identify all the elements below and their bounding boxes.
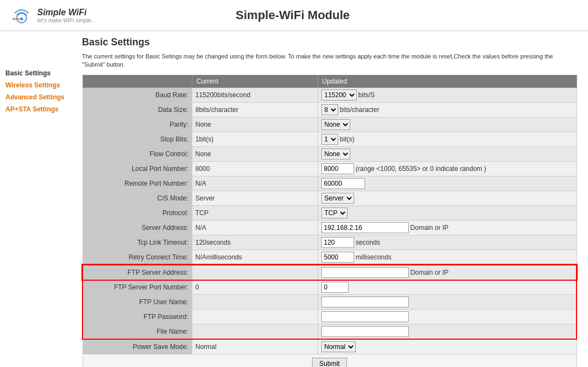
row-updated: seconds [317,235,577,250]
row-updated: Domain or IP [317,265,577,280]
row-label: Parity: [83,117,192,132]
table-row: Stop Bits: 1bit(s) 1 bit(s) [83,132,577,146]
svg-point-1 [20,17,23,20]
row-current: 8000 [192,161,317,176]
sidebar-item-wireless[interactable]: Wireless Settings [5,81,71,89]
header: Simple WiFi let's make WiFi simple... Si… [0,0,588,31]
col-updated: Updated [317,75,577,87]
row-label: FTP Server Port Number: [83,280,192,294]
row-updated: Server [317,191,577,205]
description: The current settings for Basic Setings m… [82,52,577,69]
content: Basic Settings The current settings for … [77,31,588,367]
row-current: TCP [192,205,317,220]
flow-control-select[interactable]: None [321,149,350,159]
row-label: Server Address: [83,220,192,235]
col-label [83,75,192,87]
col-current: Current [192,75,317,87]
row-label: Retry Connect Time: [83,250,192,265]
local-port-input[interactable] [321,163,354,174]
ftp-server-address-input[interactable] [321,267,409,278]
logo-area: Simple WiFi let's make WiFi simple... [11,4,96,26]
page-title-header: Simple-WiFi Module [96,8,490,22]
protocol-select[interactable]: TCP [321,208,348,218]
row-label: Tcp Link Timeout: [83,235,192,250]
row-label: Protocol: [83,205,192,220]
row-label: Stop Bits: [83,132,192,146]
table-row: Server Address: N/A Domain or IP [83,220,577,235]
row-updated: milliseconds [317,250,577,265]
table-row: Retry Connect Time: N/Amilliseconds mill… [83,250,577,265]
remote-port-input[interactable] [321,178,365,189]
ftp-port-input[interactable] [321,282,349,293]
ftp-filename-row: File Name: [83,324,577,339]
table-row: Flow Control: None None [83,146,577,161]
table-row: Protocol: TCP TCP [83,205,577,220]
row-updated: (range <1000, 65535> or 0 indicate rando… [317,161,577,176]
row-current: 115200bits/second [192,87,317,102]
ftp-server-address-row: FTP Server Address: Domain or IP [83,265,577,280]
row-current: Normal [192,339,317,354]
row-current [192,265,317,280]
row-label: File Name: [83,324,192,339]
row-updated [317,176,577,191]
row-label: FTP User Name: [83,294,192,309]
logo-subtitle: let's make WiFi simple... [37,17,96,23]
table-row: Local Port Number: 8000 (range <1000, 65… [83,161,577,176]
row-current: None [192,117,317,132]
sidebar: Basic Settings Wireless Settings Advance… [0,31,77,367]
row-current: N/A [192,176,317,191]
row-label: C/S Mode: [83,191,192,205]
row-label: FTP Server Address: [83,265,192,280]
submit-row: Submit [83,354,577,367]
sidebar-item-apsta[interactable]: AP+STA Settings [5,105,71,113]
row-updated: Normal [317,339,577,354]
cs-mode-select[interactable]: Server [321,193,354,204]
submit-cell: Submit [83,354,577,367]
baud-rate-select[interactable]: 115200 [321,90,357,100]
row-current: N/Amilliseconds [192,250,317,265]
row-label: Baud Rate: [83,87,192,102]
row-updated: 8 bits/character [317,102,577,117]
sidebar-item-basic[interactable]: Basic Settings [5,69,71,77]
row-current: 1bit(s) [192,132,317,146]
parity-select[interactable]: None [321,119,350,130]
ftp-filename-input[interactable] [321,326,409,337]
table-row: Tcp Link Timeout: 120seconds seconds [83,235,577,250]
row-current [192,294,317,309]
power-save-select[interactable]: Normal [321,341,356,352]
page-title: Basic Settings [82,37,577,48]
table-row: Data Size: 8bits/character 8 bits/charac… [83,102,577,117]
ftp-username-row: FTP User Name: [83,294,577,309]
data-size-select[interactable]: 8 [321,104,338,115]
row-updated: 115200 bits/S [317,87,577,102]
row-updated [317,280,577,294]
table-row: C/S Mode: Server Server [83,191,577,205]
submit-button[interactable]: Submit [312,358,346,367]
row-label: Local Port Number: [83,161,192,176]
table-header-row: Current Updated [83,75,577,87]
row-updated: None [317,117,577,132]
logo-icon [11,4,33,26]
row-label: FTP Password: [83,309,192,324]
server-address-input[interactable] [321,222,409,233]
row-current: N/A [192,220,317,235]
settings-table: Current Updated Baud Rate: 115200bits/se… [82,75,577,367]
row-updated: Domain or IP [317,220,577,235]
table-row: Remote Port Number: N/A [83,176,577,191]
sidebar-item-advanced[interactable]: Advanced Settings [5,93,71,101]
row-updated: TCP [317,205,577,220]
tcp-timeout-input[interactable] [321,237,354,248]
ftp-password-input[interactable] [321,311,409,322]
row-label: Remote Port Number: [83,176,192,191]
row-updated: None [317,146,577,161]
logo-text: Simple WiFi let's make WiFi simple... [37,8,96,23]
retry-time-input[interactable] [321,252,354,263]
row-current [192,309,317,324]
ftp-port-row: FTP Server Port Number: 0 [83,280,577,294]
stop-bits-select[interactable]: 1 [321,134,338,145]
row-updated [317,324,577,339]
ftp-username-input[interactable] [321,297,409,307]
row-current: 0 [192,280,317,294]
row-updated [317,294,577,309]
row-label: Flow Control: [83,146,192,161]
